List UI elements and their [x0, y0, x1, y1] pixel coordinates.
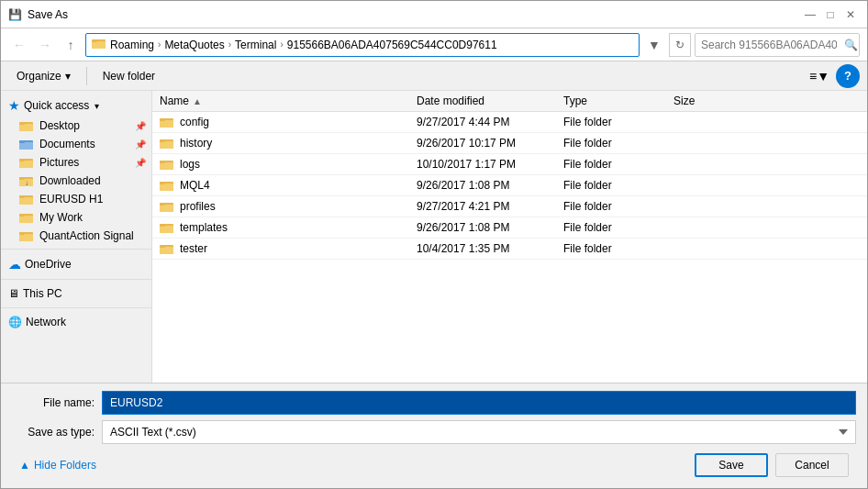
file-date-config: 9/27/2017 4:44 PM [417, 116, 563, 128]
up-button[interactable]: ↑ [60, 34, 82, 56]
file-date-mql4: 9/26/2017 1:08 PM [417, 179, 563, 192]
sidebar-item-onedrive[interactable]: ☁ OneDrive [1, 253, 151, 275]
filetype-select[interactable]: ASCII Text (*.csv) [102, 420, 856, 444]
file-type-history: File folder [563, 137, 673, 150]
file-date-history: 9/26/2017 10:17 PM [417, 137, 563, 150]
sidebar-item-network[interactable]: 🌐 Network [1, 312, 151, 332]
table-row[interactable]: history 9/26/2017 10:17 PM File folder [152, 133, 867, 154]
this-pc-label: This PC [23, 287, 62, 300]
filetype-label: Save as type: [12, 426, 95, 439]
file-name-profiles: profiles [160, 200, 417, 213]
folder-icon [160, 242, 174, 255]
sidebar-item-pictures[interactable]: Pictures 📌 [1, 153, 151, 172]
svg-rect-32 [160, 162, 173, 170]
svg-rect-38 [160, 205, 173, 212]
quick-access-label: Quick access [24, 99, 89, 112]
folder-icon-documents [19, 138, 34, 150]
svg-rect-23 [19, 234, 33, 241]
column-date-modified[interactable]: Date modified [417, 94, 563, 107]
title-controls: — □ ✕ [801, 6, 860, 24]
filename-label: File name: [12, 396, 95, 409]
sidebar-item-desktop[interactable]: Desktop 📌 [1, 117, 151, 135]
new-folder-button[interactable]: New folder [95, 65, 163, 87]
pin-icon: 📌 [135, 121, 146, 131]
bottom-bar-actions: ▲ Hide Folders Save Cancel [12, 450, 856, 481]
svg-rect-44 [160, 247, 173, 254]
file-date-profiles: 9/27/2017 4:21 PM [417, 200, 563, 213]
hide-folders-label: Hide Folders [34, 459, 96, 472]
svg-rect-35 [160, 183, 173, 191]
title-bar: 💾 Save As — □ ✕ [1, 1, 867, 28]
back-button[interactable]: ← [8, 34, 30, 56]
folder-icon [160, 137, 174, 150]
save-button[interactable]: Save [695, 453, 768, 477]
path-segment-terminal: Terminal [235, 39, 276, 51]
column-type[interactable]: Type [563, 94, 673, 107]
svg-rect-10 [19, 161, 33, 168]
view-toggle-button[interactable]: ≡▼ [807, 65, 832, 87]
table-row[interactable]: profiles 9/27/2017 4:21 PM File folder [152, 196, 867, 217]
sidebar-item-eurusd[interactable]: EURUSD H1 [1, 190, 151, 208]
svg-rect-36 [160, 182, 165, 184]
table-row[interactable]: templates 9/26/2017 1:08 PM File folder [152, 217, 867, 239]
window-icon: 💾 [8, 8, 22, 21]
hide-folders-chevron: ▲ [19, 459, 30, 472]
network-label: Network [26, 316, 66, 328]
svg-rect-2 [92, 39, 97, 42]
sidebar-group-quick-access[interactable]: ★ Quick access ▾ [1, 94, 151, 117]
svg-rect-24 [19, 232, 25, 235]
file-type-tester: File folder [563, 242, 673, 255]
address-path[interactable]: Roaming › MetaQuotes › Terminal › 915566… [85, 33, 640, 57]
svg-rect-18 [19, 195, 25, 198]
table-row[interactable]: logs 10/10/2017 1:17 PM File folder [152, 154, 867, 175]
sidebar-item-downloaded[interactable]: ↓ Downloaded [1, 172, 151, 190]
search-icon-button[interactable]: 🔍 [844, 39, 858, 51]
cancel-button[interactable]: Cancel [775, 453, 849, 477]
maximize-button[interactable]: □ [821, 6, 840, 24]
table-row[interactable]: config 9/27/2017 4:44 PM File folder [152, 112, 867, 133]
svg-rect-4 [19, 124, 33, 131]
sidebar: ★ Quick access ▾ Desktop 📌 D [1, 91, 152, 383]
filename-input[interactable] [102, 391, 856, 415]
folder-icon-mywork [19, 211, 34, 224]
svg-rect-30 [160, 139, 165, 142]
file-type-logs: File folder [563, 158, 673, 171]
organize-arrow: ▾ [65, 70, 71, 83]
pin-icon-docs: 📌 [135, 139, 146, 150]
sidebar-item-mywork[interactable]: My Work [1, 208, 151, 227]
window-title: Save As [28, 8, 68, 21]
forward-button[interactable]: → [34, 34, 56, 56]
toolbar-right: ≡▼ ? [807, 64, 860, 88]
organize-button[interactable]: Organize ▾ [8, 65, 79, 87]
downloaded-label: Downloaded [39, 174, 101, 187]
search-input[interactable] [695, 33, 860, 57]
svg-rect-26 [160, 120, 173, 128]
column-name[interactable]: Name ▲ [160, 94, 417, 107]
sidebar-item-quantaction[interactable]: QuantAction Signal [1, 227, 151, 245]
refresh-button[interactable]: ↻ [669, 33, 691, 57]
toolbar-separator [86, 67, 87, 85]
svg-rect-42 [160, 224, 165, 227]
path-folder-icon [92, 37, 106, 52]
svg-rect-7 [19, 142, 33, 150]
help-button[interactable]: ? [836, 64, 860, 88]
hide-folders-toggle[interactable]: ▲ Hide Folders [19, 455, 96, 475]
svg-rect-27 [160, 118, 165, 121]
close-button[interactable]: ✕ [841, 6, 860, 24]
form-actions: Save Cancel [695, 453, 849, 477]
table-row[interactable]: MQL4 9/26/2017 1:08 PM File folder [152, 175, 867, 196]
minimize-button[interactable]: — [801, 6, 819, 24]
table-row[interactable]: tester 10/4/2017 1:35 PM File folder [152, 239, 867, 260]
path-dropdown-button[interactable]: ▼ [643, 34, 665, 56]
sidebar-divider-3 [1, 307, 151, 308]
address-bar: ← → ↑ Roaming › MetaQuotes › Terminal › … [1, 28, 867, 61]
column-size[interactable]: Size [673, 94, 747, 107]
file-name-templates: templates [160, 221, 417, 234]
file-list-header: Name ▲ Date modified Type Size [152, 91, 867, 112]
file-name-history: history [160, 137, 417, 150]
sidebar-item-documents[interactable]: Documents 📌 [1, 135, 151, 153]
sidebar-item-this-pc[interactable]: 🖥 This PC [1, 283, 151, 304]
folder-icon [160, 179, 174, 192]
folder-icon [160, 116, 174, 128]
svg-rect-21 [19, 214, 25, 217]
